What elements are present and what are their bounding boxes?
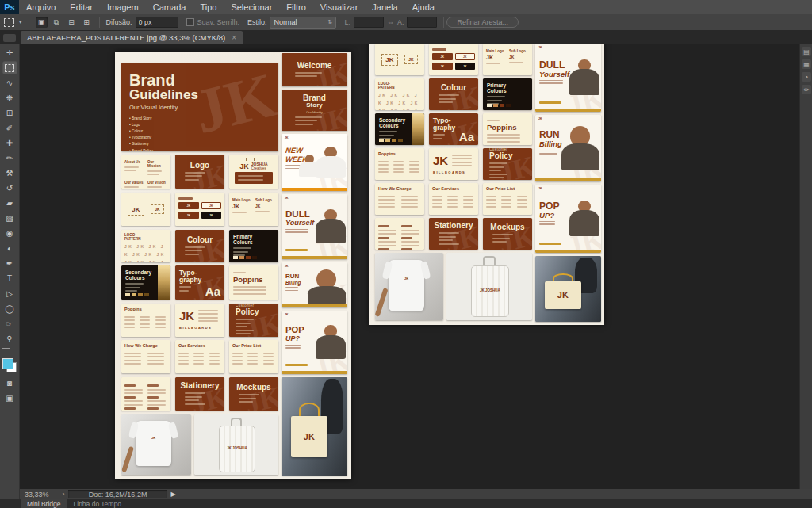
text-line — [295, 75, 318, 77]
text-line — [124, 407, 136, 410]
zoom-tool[interactable]: ⚲ — [2, 332, 17, 346]
menu-tipo[interactable]: Tipo — [193, 1, 224, 13]
brush-tool[interactable]: ✏ — [2, 151, 17, 165]
text-line — [124, 384, 136, 387]
text-line — [433, 134, 445, 136]
colour-swatch-row — [233, 256, 257, 259]
text-line — [124, 396, 136, 399]
menu-editar[interactable]: Editar — [63, 1, 100, 13]
tile-heading: Sub Logo — [509, 49, 529, 53]
lasso-tool[interactable]: ∿ — [2, 76, 17, 90]
tile-subtitle: Our Identity — [306, 110, 323, 114]
tool-preset-picker[interactable]: ▾ — [4, 18, 22, 27]
text-line — [124, 170, 136, 171]
text-line — [487, 120, 500, 121]
new-selection-icon[interactable]: ▣ — [36, 17, 48, 28]
bottom-panel-tabs: Mini BridgeLinha do Tempo — [0, 499, 812, 508]
poster-title-line: Yourself — [285, 219, 314, 227]
text-line — [401, 196, 418, 197]
menu-visualizar[interactable]: Visualizar — [313, 1, 366, 13]
clone-stamp-tool[interactable]: ⚒ — [2, 166, 17, 180]
gradient-tool[interactable]: ▨ — [2, 212, 17, 225]
menu-camada[interactable]: Camada — [146, 1, 193, 13]
menu-ajuda[interactable]: Ajuda — [405, 1, 442, 13]
quick-mask-button[interactable]: ◙ — [2, 376, 17, 390]
text-line — [124, 400, 143, 402]
refine-edge-button[interactable]: Refinar Aresta... — [446, 17, 519, 28]
text-line — [124, 392, 143, 394]
customer-policy-tile: JKCustomerPolicy — [483, 148, 532, 180]
text-line — [378, 203, 395, 204]
panel-icon-brush[interactable]: ✏ — [802, 85, 811, 94]
text-line — [487, 137, 520, 139]
crop-tool[interactable]: ⊞ — [2, 106, 17, 120]
close-icon[interactable]: × — [232, 33, 236, 42]
foreground-color-swatch[interactable] — [2, 358, 13, 369]
text-line — [487, 96, 505, 97]
ellipse-shape-tool[interactable]: ◯ — [2, 302, 17, 315]
move-tool[interactable]: ✛ — [2, 46, 17, 59]
eyedropper-tool[interactable]: ✐ — [2, 121, 17, 135]
tile-title: Mockups — [236, 383, 270, 392]
tab-bar-corner-icon[interactable] — [3, 34, 16, 42]
history-brush-tool[interactable]: ↺ — [2, 181, 17, 195]
height-input[interactable] — [407, 17, 437, 28]
document-tab[interactable]: ABELAEAFERA_POSTALFRENTE.jpg @ 33,3% (CM… — [21, 31, 243, 44]
text-line — [486, 206, 496, 208]
text-line — [401, 230, 419, 231]
colour-tile: JKColour — [429, 78, 478, 110]
width-input[interactable] — [354, 17, 384, 28]
panel-icon-swatches[interactable]: ▦ — [802, 59, 811, 69]
text-line — [486, 199, 496, 201]
tile-heading: Our Mission — [147, 160, 167, 168]
menu-filtro[interactable]: Filtro — [279, 1, 312, 13]
type-tool[interactable]: T — [2, 272, 17, 285]
rectangular-marquee-tool[interactable] — [2, 61, 17, 74]
canvas[interactable]: JKBrandGuidelinesOur Visual Identity• Br… — [20, 44, 799, 489]
person-photo — [316, 209, 346, 256]
zoom-level-field[interactable]: 33,33% — [25, 491, 58, 498]
tshirt-tile: JK — [375, 253, 443, 320]
status-flyout-arrow-icon[interactable]: ▶ — [170, 491, 175, 498]
add-to-selection-icon[interactable]: ⧉ — [51, 17, 63, 28]
menu-imagem[interactable]: Imagem — [100, 1, 146, 13]
text-line — [379, 135, 394, 136]
eraser-tool[interactable]: ▰ — [2, 197, 17, 210]
path-selection-tool[interactable]: ▷ — [2, 287, 17, 300]
bottom-tab-linha-do-tempo[interactable]: Linha do Tempo — [67, 499, 128, 508]
menu-arquivo[interactable]: Arquivo — [19, 1, 63, 13]
healing-brush-tool[interactable]: ✚ — [2, 136, 17, 150]
screen-mode-button[interactable]: ▣ — [2, 392, 17, 405]
blur-tool[interactable]: ◉ — [2, 227, 17, 240]
text-line — [193, 363, 204, 365]
hero-title: Guidelines — [129, 88, 270, 102]
subtract-from-selection-icon[interactable]: ⊟ — [66, 17, 78, 28]
default-colors-icon[interactable] — [2, 348, 10, 355]
hand-tool[interactable]: ☞ — [2, 317, 17, 330]
link-dimensions-icon[interactable]: ⇔ — [387, 18, 394, 26]
poster-logo: JK — [538, 46, 542, 49]
menu-selecionar[interactable]: Selecionar — [224, 1, 279, 13]
menu-janela[interactable]: Janela — [365, 1, 404, 13]
antialias-checkbox[interactable] — [186, 18, 194, 26]
logo-mark: JK — [239, 162, 249, 170]
style-dropdown[interactable]: Normal ⇅ — [270, 17, 336, 29]
pen-tool[interactable]: ✒ — [2, 257, 17, 270]
feather-input[interactable] — [136, 17, 178, 28]
bottom-tab-mini-bridge[interactable]: Mini Bridge — [21, 499, 67, 508]
panel-icon-adjustments[interactable]: ◔ — [802, 72, 811, 82]
logo-chip: JK — [178, 212, 199, 219]
person-photo — [561, 126, 599, 178]
intersect-selection-icon[interactable]: ⊞ — [81, 17, 93, 28]
how-we-charge-tile: How We Charge — [121, 340, 170, 373]
poster-logo: JK — [285, 313, 288, 316]
text-line — [393, 164, 404, 166]
specimen-aa: Aa — [459, 130, 474, 143]
panel-icon-history[interactable]: ▤ — [802, 47, 811, 56]
poster-footer-strip — [282, 304, 347, 307]
text-line — [285, 287, 298, 288]
dodge-tool[interactable]: ◐ — [2, 242, 17, 255]
secondary-tile: SecondaryColours — [375, 113, 424, 145]
hero-bullets: • Brand Story• Logo• Colour• Typography•… — [129, 116, 270, 151]
quick-selection-tool[interactable]: ❉ — [2, 91, 17, 105]
